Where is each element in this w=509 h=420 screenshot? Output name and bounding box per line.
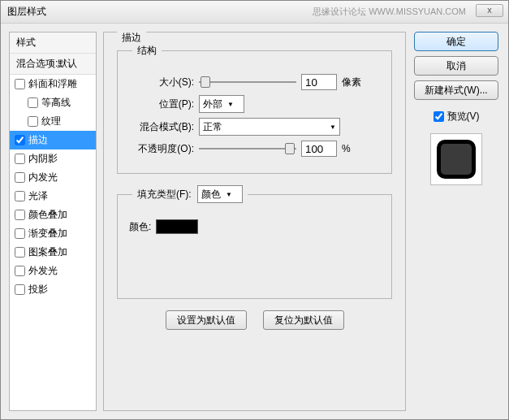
style-item-label: 内发光 — [28, 171, 58, 184]
style-item-label: 描边 — [28, 133, 48, 147]
size-slider[interactable] — [199, 76, 296, 88]
preview-swatch — [437, 140, 476, 179]
color-swatch[interactable] — [156, 219, 198, 234]
fill-legend: 填充类型(F): 颜色▼ — [132, 185, 248, 203]
style-item[interactable]: 等高线 — [10, 93, 96, 112]
color-label: 颜色: — [129, 220, 151, 234]
style-item[interactable]: 图案叠加 — [10, 243, 96, 262]
brand-text: 思缘设计论坛 WWW.MISSYUAN.COM — [313, 6, 466, 18]
style-item[interactable]: 内发光 — [10, 168, 96, 187]
style-item-checkbox[interactable] — [15, 247, 25, 258]
style-item[interactable]: 投影 — [10, 280, 96, 299]
position-select[interactable]: 外部▼ — [199, 95, 244, 113]
preview-box — [430, 133, 482, 185]
panel-title: 描边 — [117, 31, 146, 45]
cancel-button[interactable]: 取消 — [414, 56, 498, 76]
style-item-label: 纹理 — [41, 115, 61, 128]
opacity-input[interactable] — [301, 141, 337, 157]
layer-style-dialog: 图层样式 思缘设计论坛 WWW.MISSYUAN.COM x 样式 混合选项:默… — [0, 0, 509, 420]
style-list: 斜面和浮雕等高线纹理描边内阴影内发光光泽颜色叠加渐变叠加图案叠加外发光投影 — [10, 75, 96, 410]
structure-legend: 结构 — [132, 44, 162, 58]
style-item[interactable]: 光泽 — [10, 187, 96, 206]
style-item[interactable]: 纹理 — [10, 112, 96, 131]
style-item[interactable]: 斜面和浮雕 — [10, 75, 96, 93]
blend-options-header[interactable]: 混合选项:默认 — [10, 54, 96, 75]
opacity-slider[interactable] — [199, 143, 296, 154]
chevron-down-icon: ▼ — [227, 101, 234, 108]
blend-mode-select[interactable]: 正常▼ — [199, 118, 340, 136]
style-item-checkbox[interactable] — [15, 228, 25, 239]
reset-default-button[interactable]: 复位为默认值 — [263, 310, 344, 330]
style-item-checkbox[interactable] — [15, 172, 25, 183]
settings-panel: 描边 结构 大小(S): 像素 位置(P): 外部▼ 混合模式(B): 正常▼ — [103, 32, 406, 411]
style-item-label: 颜色叠加 — [28, 208, 67, 222]
preview-checkbox[interactable] — [434, 111, 444, 122]
style-item-checkbox[interactable] — [15, 266, 25, 276]
fill-group: 填充类型(F): 颜色▼ 颜色: — [117, 185, 392, 299]
styles-header[interactable]: 样式 — [10, 32, 96, 54]
structure-group: 结构 大小(S): 像素 位置(P): 外部▼ 混合模式(B): 正常▼ 不透明… — [117, 44, 392, 174]
fill-type-select[interactable]: 颜色▼ — [197, 185, 243, 203]
style-item-checkbox[interactable] — [15, 135, 25, 145]
close-button[interactable]: x — [476, 4, 503, 17]
ok-button[interactable]: 确定 — [414, 32, 498, 51]
style-item-label: 斜面和浮雕 — [28, 77, 77, 91]
window-title: 图层样式 — [7, 5, 46, 19]
style-item-checkbox[interactable] — [15, 284, 25, 295]
style-item-label: 投影 — [28, 283, 48, 297]
make-default-button[interactable]: 设置为默认值 — [166, 310, 247, 330]
style-item-label: 等高线 — [41, 96, 71, 110]
new-style-button[interactable]: 新建样式(W)... — [414, 80, 498, 100]
opacity-unit: % — [342, 143, 351, 154]
style-item-label: 图案叠加 — [28, 245, 67, 259]
style-item-checkbox[interactable] — [15, 191, 25, 201]
style-item-label: 外发光 — [28, 264, 58, 278]
size-input[interactable] — [301, 74, 337, 90]
style-item-checkbox[interactable] — [15, 79, 25, 89]
styles-panel: 样式 混合选项:默认 斜面和浮雕等高线纹理描边内阴影内发光光泽颜色叠加渐变叠加图… — [9, 32, 97, 411]
action-panel: 确定 取消 新建样式(W)... 预览(V) — [412, 32, 500, 411]
size-unit: 像素 — [342, 76, 361, 89]
style-item[interactable]: 内阴影 — [10, 149, 96, 168]
fill-type-label: 填充类型(F): — [137, 188, 192, 200]
style-item[interactable]: 颜色叠加 — [10, 206, 96, 224]
chevron-down-icon: ▼ — [330, 123, 336, 131]
blend-mode-label: 混合模式(B): — [126, 120, 194, 134]
style-item-checkbox[interactable] — [28, 116, 38, 127]
position-label: 位置(P): — [126, 97, 194, 111]
style-item-label: 光泽 — [28, 189, 48, 203]
default-buttons-row: 设置为默认值 复位为默认值 — [112, 310, 397, 330]
style-item-checkbox[interactable] — [15, 210, 25, 220]
style-item-checkbox[interactable] — [28, 97, 38, 108]
style-item[interactable]: 渐变叠加 — [10, 224, 96, 243]
size-label: 大小(S): — [126, 76, 194, 89]
style-item-label: 内阴影 — [28, 152, 58, 166]
titlebar: 图层样式 思缘设计论坛 WWW.MISSYUAN.COM x — [1, 1, 508, 24]
style-item[interactable]: 描边 — [10, 131, 96, 149]
style-item-checkbox[interactable] — [15, 154, 25, 164]
preview-checkbox-row[interactable]: 预览(V) — [434, 110, 480, 123]
chevron-down-icon: ▼ — [226, 191, 232, 198]
opacity-label: 不透明度(O): — [126, 142, 194, 156]
preview-label: 预览(V) — [447, 110, 480, 123]
style-item-label: 渐变叠加 — [28, 227, 67, 240]
style-item[interactable]: 外发光 — [10, 262, 96, 280]
